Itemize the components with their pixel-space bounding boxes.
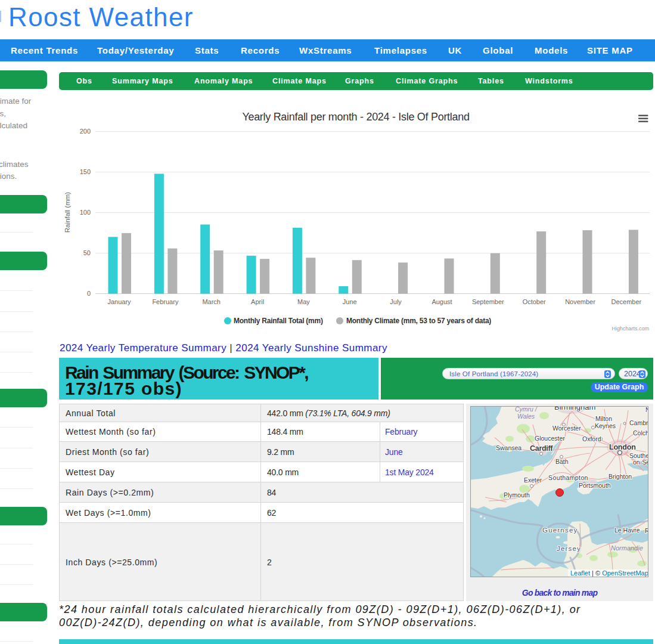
- svg-text:Guernsey: Guernsey: [542, 527, 578, 534]
- svg-text:November: November: [565, 298, 595, 305]
- svg-text:Colches: Colches: [633, 429, 648, 436]
- svg-text:Cymru /: Cymru /: [515, 407, 538, 413]
- svg-text:Monthly Rainfall Total (mm): Monthly Rainfall Total (mm): [234, 317, 323, 325]
- svg-text:N: N: [645, 407, 648, 413]
- svg-text:Wales: Wales: [517, 413, 535, 420]
- svg-text:Le Havre: Le Havre: [614, 527, 640, 534]
- svg-text:Monthly Climate (mm, 53 to 57: Monthly Climate (mm, 53 to 57 years of d…: [346, 317, 491, 325]
- svg-text:Exeter: Exeter: [524, 476, 542, 484]
- svg-text:August: August: [432, 298, 452, 305]
- svg-text:Leaflet | © OpenStreetMap: Leaflet | © OpenStreetMap: [570, 569, 648, 577]
- svg-text:on-Sea: on-Sea: [633, 459, 648, 466]
- svg-text:Yearly Rainfall per month - 20: Yearly Rainfall per month - 2024 - Isle …: [242, 111, 469, 123]
- svg-text:0: 0: [87, 290, 91, 297]
- svg-text:Worcester: Worcester: [552, 425, 581, 432]
- svg-text:Keynes: Keynes: [595, 422, 616, 429]
- svg-text:January: January: [107, 298, 131, 305]
- svg-text:Birmingham: Birmingham: [554, 407, 595, 411]
- svg-text:June: June: [343, 298, 357, 305]
- svg-text:Cardiff: Cardiff: [530, 444, 553, 453]
- svg-text:Brighton: Brighton: [609, 473, 632, 480]
- svg-text:Milton: Milton: [595, 415, 612, 422]
- svg-text:Highcharts.com: Highcharts.com: [611, 326, 649, 332]
- svg-text:Cambrid: Cambrid: [629, 419, 648, 426]
- svg-text:London: London: [609, 443, 636, 451]
- svg-text:Ro: Ro: [645, 527, 648, 534]
- svg-text:May: May: [297, 298, 310, 305]
- svg-text:December: December: [611, 298, 642, 305]
- svg-text:October: October: [523, 298, 546, 305]
- svg-text:100: 100: [80, 209, 91, 216]
- svg-text:Southampton: Southampton: [548, 474, 588, 481]
- svg-text:Plymouth: Plymouth: [504, 491, 530, 499]
- svg-text:50: 50: [83, 249, 91, 256]
- svg-text:Rainfall (mm): Rainfall (mm): [64, 192, 71, 233]
- svg-text:Gloucester: Gloucester: [535, 435, 565, 442]
- svg-text:200: 200: [80, 128, 91, 135]
- svg-text:March: March: [202, 298, 221, 305]
- svg-text:Oxford: Oxford: [582, 435, 601, 442]
- svg-text:Portsmouth: Portsmouth: [579, 482, 611, 489]
- svg-text:Bath: Bath: [555, 458, 569, 465]
- svg-text:September: September: [472, 298, 504, 305]
- svg-text:February: February: [152, 298, 179, 305]
- svg-text:Normandie: Normandie: [611, 544, 643, 552]
- svg-text:April: April: [251, 298, 264, 305]
- svg-text:150: 150: [80, 168, 91, 175]
- svg-text:July: July: [390, 298, 402, 305]
- svg-text:Swansea: Swansea: [496, 444, 521, 451]
- svg-text:Jersey: Jersey: [557, 545, 581, 552]
